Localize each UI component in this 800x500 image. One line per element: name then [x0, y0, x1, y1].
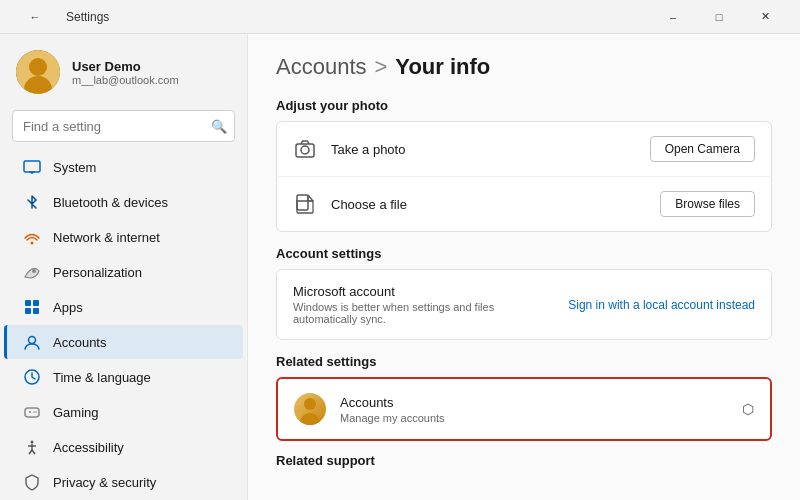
breadcrumb-parent: Accounts — [276, 54, 367, 80]
minimize-button[interactable]: – — [650, 2, 696, 32]
time-icon — [23, 368, 41, 386]
sidebar-item-label: Apps — [53, 300, 83, 315]
system-icon — [23, 158, 41, 176]
related-accounts-icon — [294, 393, 326, 425]
user-name: User Demo — [72, 59, 231, 74]
file-icon — [293, 192, 317, 216]
close-button[interactable]: ✕ — [742, 2, 788, 32]
sidebar-item-label: Accounts — [53, 335, 106, 350]
ms-account-title: Microsoft account — [293, 284, 554, 299]
svg-point-15 — [35, 411, 37, 413]
titlebar-title: Settings — [66, 10, 109, 24]
sidebar-item-apps[interactable]: Apps — [4, 290, 243, 324]
search-icon: 🔍 — [211, 119, 227, 134]
sidebar: User Demo m__lab@outlook.com 🔍 System — [0, 34, 248, 500]
maximize-button[interactable]: □ — [696, 2, 742, 32]
gaming-icon — [23, 403, 41, 421]
account-settings-title: Account settings — [276, 246, 772, 261]
user-email: m__lab@outlook.com — [72, 74, 231, 86]
browse-files-button[interactable]: Browse files — [660, 191, 755, 217]
microsoft-account-row: Microsoft account Windows is better when… — [277, 270, 771, 339]
svg-point-16 — [31, 441, 34, 444]
svg-rect-11 — [25, 408, 39, 417]
open-camera-button[interactable]: Open Camera — [650, 136, 755, 162]
camera-icon — [293, 137, 317, 161]
sidebar-item-privacy[interactable]: Privacy & security — [4, 465, 243, 499]
svg-point-9 — [29, 337, 36, 344]
titlebar-controls: – □ ✕ — [650, 2, 788, 32]
user-info: User Demo m__lab@outlook.com — [72, 59, 231, 86]
related-accounts-title: Accounts — [340, 395, 728, 410]
svg-point-14 — [33, 411, 35, 413]
search-input[interactable] — [12, 110, 235, 142]
related-accounts-row: Accounts Manage my accounts ⬡ — [278, 379, 770, 439]
sidebar-item-accessibility[interactable]: Accessibility — [4, 430, 243, 464]
bluetooth-icon — [23, 193, 41, 211]
page-title: Accounts > Your info — [276, 54, 772, 80]
sidebar-item-label: Network & internet — [53, 230, 160, 245]
svg-rect-7 — [25, 308, 31, 314]
apps-icon — [23, 298, 41, 316]
svg-rect-24 — [297, 195, 308, 210]
sidebar-nav: System Bluetooth & devices — [0, 150, 247, 500]
user-profile: User Demo m__lab@outlook.com — [0, 42, 247, 106]
svg-rect-8 — [33, 308, 39, 314]
sidebar-item-label: Accessibility — [53, 440, 124, 455]
svg-rect-6 — [33, 300, 39, 306]
take-photo-row: Take a photo Open Camera — [277, 122, 771, 177]
ms-account-desc: Windows is better when settings and file… — [293, 301, 554, 325]
sidebar-item-label: Privacy & security — [53, 475, 156, 490]
sidebar-item-accounts[interactable]: Accounts — [4, 325, 243, 359]
titlebar-left: ← Settings — [12, 2, 109, 32]
titlebar: ← Settings – □ ✕ — [0, 0, 800, 34]
breadcrumb-separator: > — [375, 54, 388, 80]
related-settings-title: Related settings — [276, 354, 772, 369]
svg-point-3 — [31, 242, 34, 245]
sidebar-item-time[interactable]: Time & language — [4, 360, 243, 394]
accessibility-icon — [23, 438, 41, 456]
related-support-title: Related support — [276, 453, 772, 468]
related-accounts-desc: Manage my accounts — [340, 412, 728, 424]
svg-line-20 — [32, 450, 35, 454]
sidebar-item-label: Personalization — [53, 265, 142, 280]
sidebar-item-system[interactable]: System — [4, 150, 243, 184]
choose-file-label: Choose a file — [331, 197, 646, 212]
svg-point-4 — [32, 269, 36, 273]
related-accounts-card: Accounts Manage my accounts ⬡ — [276, 377, 772, 441]
back-button[interactable]: ← — [12, 2, 58, 32]
take-photo-label: Take a photo — [331, 142, 636, 157]
sidebar-item-label: Time & language — [53, 370, 151, 385]
sidebar-item-label: Gaming — [53, 405, 99, 420]
adjust-photo-title: Adjust your photo — [276, 98, 772, 113]
breadcrumb-current: Your info — [395, 54, 490, 80]
svg-rect-5 — [25, 300, 31, 306]
svg-point-23 — [301, 146, 309, 154]
sidebar-item-network[interactable]: Network & internet — [4, 220, 243, 254]
sidebar-item-bluetooth[interactable]: Bluetooth & devices — [4, 185, 243, 219]
photo-card: Take a photo Open Camera Choose a file B… — [276, 121, 772, 232]
app-container: User Demo m__lab@outlook.com 🔍 System — [0, 34, 800, 500]
search-box: 🔍 — [12, 110, 235, 142]
privacy-icon — [23, 473, 41, 491]
sidebar-item-label: System — [53, 160, 96, 175]
accounts-icon — [23, 333, 41, 351]
network-icon — [23, 228, 41, 246]
account-settings-card: Microsoft account Windows is better when… — [276, 269, 772, 340]
sign-in-local-link[interactable]: Sign in with a local account instead — [568, 298, 755, 312]
sidebar-item-label: Bluetooth & devices — [53, 195, 168, 210]
svg-rect-0 — [24, 161, 40, 172]
sidebar-item-gaming[interactable]: Gaming — [4, 395, 243, 429]
external-link-icon: ⬡ — [742, 401, 754, 417]
sidebar-item-personalization[interactable]: Personalization — [4, 255, 243, 289]
personalization-icon — [23, 263, 41, 281]
main-content: Accounts > Your info Adjust your photo T… — [248, 34, 800, 500]
avatar — [16, 50, 60, 94]
choose-file-row: Choose a file Browse files — [277, 177, 771, 231]
